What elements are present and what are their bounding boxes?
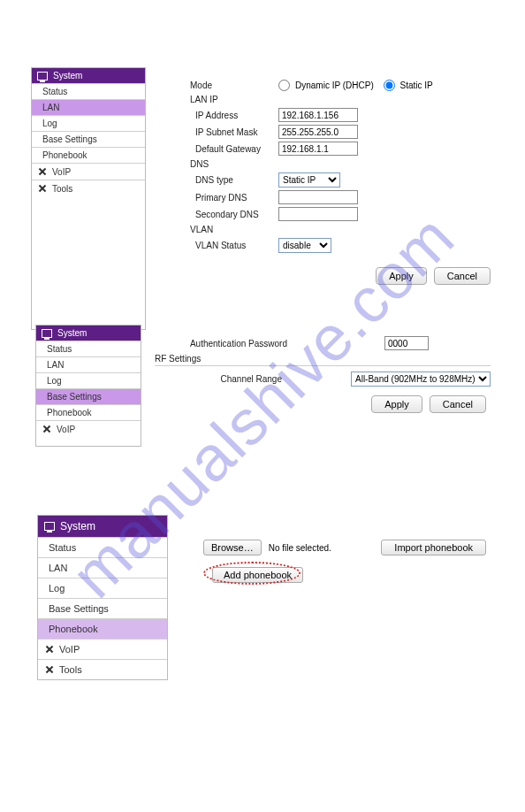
sidebar-item-status[interactable]: Status — [32, 83, 145, 99]
channel-range-select[interactable]: All-Band (902MHz to 928MHz) — [351, 372, 491, 387]
ip-address-label: IP Address — [190, 111, 278, 120]
wrench-icon — [42, 424, 52, 434]
sidebar-tools-label: Tools — [52, 184, 72, 194]
ip-address-input[interactable] — [278, 108, 358, 122]
monitor-icon — [37, 72, 48, 80]
subnet-label: IP Subnet Mask — [190, 127, 278, 137]
mode-static-label: Static IP — [400, 80, 433, 90]
sidebar-1: System Status LAN Log Base Settings Phon… — [31, 67, 146, 330]
sidebar-header: System — [32, 68, 145, 83]
sidebar-item-base-settings[interactable]: Base Settings — [32, 131, 145, 147]
mode-static-radio[interactable] — [384, 80, 395, 91]
auth-password-label: Authentication Password — [155, 339, 314, 349]
sidebar-cat-voip-2[interactable]: VoIP — [36, 420, 141, 437]
primary-dns-input[interactable] — [278, 190, 358, 204]
auth-password-input[interactable] — [384, 336, 429, 350]
tools-icon — [37, 183, 48, 194]
mode-label: Mode — [190, 80, 278, 90]
cancel-button-2[interactable]: Cancel — [430, 395, 486, 413]
sidebar-item-status-3[interactable]: Status — [38, 537, 167, 557]
sidebar-tools-label-3: Tools — [59, 664, 82, 675]
mode-dhcp-radio[interactable] — [278, 80, 290, 91]
sidebar-item-status-2[interactable]: Status — [36, 341, 141, 356]
secondary-dns-input[interactable] — [278, 207, 358, 221]
sidebar-cat-tools-3[interactable]: Tools — [38, 659, 167, 679]
sidebar-item-base-settings-3[interactable]: Base Settings — [38, 598, 167, 618]
sidebar-item-lan-3[interactable]: LAN — [38, 557, 167, 578]
sidebar-title: System — [53, 71, 82, 80]
vlan-status-label: VLAN Status — [190, 241, 278, 250]
cancel-button-1[interactable]: Cancel — [434, 267, 491, 285]
channel-range-label: Channel Range — [155, 374, 308, 384]
sidebar-2: System Status LAN Log Base Settings Phon… — [35, 325, 141, 447]
tools-icon — [44, 664, 55, 675]
sidebar-3: System Status LAN Log Base Settings Phon… — [37, 515, 168, 680]
mode-dhcp-label: Dynamic IP (DHCP) — [295, 80, 374, 90]
sidebar-item-phonebook-2[interactable]: Phonebook — [36, 404, 141, 420]
dns-type-select[interactable]: Static IP — [278, 172, 340, 188]
gateway-label: Default Gateway — [190, 144, 278, 154]
sidebar-item-lan-2[interactable]: LAN — [36, 356, 141, 372]
rf-settings-title: RF Settings — [155, 354, 491, 366]
sidebar-voip-label: VoIP — [52, 167, 71, 177]
sidebar-title-2: System — [57, 328, 87, 338]
primary-dns-label: Primary DNS — [190, 193, 278, 203]
sidebar-item-phonebook[interactable]: Phonebook — [32, 147, 145, 163]
secondary-dns-label: Secondary DNS — [190, 210, 278, 219]
wrench-icon — [37, 166, 48, 177]
monitor-icon — [44, 522, 55, 531]
monitor-icon — [42, 329, 52, 338]
sidebar-header-2: System — [36, 326, 141, 341]
sidebar-item-base-settings-2[interactable]: Base Settings — [36, 388, 141, 404]
mode-radio-group: Dynamic IP (DHCP) Static IP — [278, 80, 433, 91]
no-file-label: No file selected. — [269, 543, 331, 553]
vlan-title: VLAN — [190, 225, 491, 234]
vlan-status-select[interactable]: disable — [278, 238, 331, 253]
wrench-icon — [44, 644, 55, 655]
sidebar-cat-tools[interactable]: Tools — [32, 180, 145, 196]
gateway-input[interactable] — [278, 142, 358, 156]
sidebar-title-3: System — [60, 520, 95, 532]
sidebar-item-log[interactable]: Log — [32, 115, 145, 131]
sidebar-item-log-2[interactable]: Log — [36, 372, 141, 388]
sidebar-item-lan[interactable]: LAN — [32, 99, 145, 115]
apply-button-2[interactable]: Apply — [371, 395, 422, 413]
sidebar-item-phonebook-3[interactable]: Phonebook — [38, 618, 167, 639]
sidebar-cat-voip-3[interactable]: VoIP — [38, 639, 167, 659]
sidebar-voip-label-2: VoIP — [57, 425, 75, 434]
add-phonebook-button[interactable]: Add phonebook — [212, 567, 303, 583]
sidebar-item-log-3[interactable]: Log — [38, 578, 167, 598]
sidebar-voip-label-3: VoIP — [59, 644, 80, 655]
apply-button-1[interactable]: Apply — [376, 267, 427, 285]
subnet-input[interactable] — [278, 125, 358, 139]
browse-button[interactable]: Browse… — [203, 540, 262, 555]
sidebar-cat-voip[interactable]: VoIP — [32, 163, 145, 180]
import-phonebook-button[interactable]: Import phonebook — [381, 540, 486, 555]
lanip-title: LAN IP — [190, 95, 491, 104]
dns-type-label: DNS type — [190, 175, 278, 185]
sidebar-header-3: System — [38, 516, 167, 537]
dns-title: DNS — [190, 159, 491, 169]
